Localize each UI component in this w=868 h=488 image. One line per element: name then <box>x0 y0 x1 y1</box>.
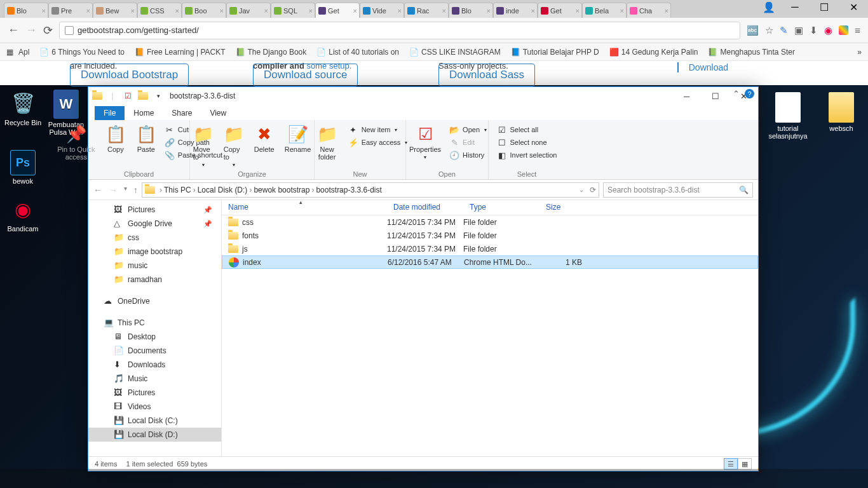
col-date[interactable]: Date modified <box>387 200 463 215</box>
title-bar[interactable]: | ☑ ▾ bootstrap-3.3.6-dist ─ ☐ ✕ <box>88 87 758 105</box>
ext3-icon[interactable]: ⬇ <box>810 25 818 36</box>
nav-item[interactable]: 🎞Videos <box>88 400 221 414</box>
browser-tab[interactable]: Get× <box>538 3 582 18</box>
properties-button[interactable]: ☑Properties▾ <box>405 122 445 162</box>
tab-home[interactable]: Home <box>125 106 163 120</box>
chevron-up-icon[interactable]: ⌃ <box>733 89 740 98</box>
close-tab-icon[interactable]: × <box>531 7 535 15</box>
file-row[interactable]: fonts11/24/2015 7:34 PMFile folder <box>222 229 758 242</box>
move-to-button[interactable]: 📁Move to▾ <box>189 122 217 170</box>
bookmark-item[interactable]: 📗The Django Book <box>236 48 307 57</box>
browser-tab[interactable]: SQL× <box>271 3 315 18</box>
browser-tab[interactable]: Bew× <box>93 3 137 18</box>
browser-tab[interactable]: Pre× <box>48 3 93 18</box>
bookmark-item[interactable]: 📘Tutorial Belajar PHP D <box>511 48 599 57</box>
nav-item[interactable]: 📁music <box>88 259 221 273</box>
breadcrumb-item[interactable]: This PC <box>164 186 191 194</box>
chrome-minimize[interactable]: ─ <box>780 0 810 14</box>
star-icon[interactable]: ☆ <box>765 25 773 36</box>
ext1-icon[interactable]: ✎ <box>780 25 788 36</box>
col-type[interactable]: Type <box>463 200 539 215</box>
history-button[interactable]: 🕘History <box>447 149 489 161</box>
close-tab-icon[interactable]: × <box>220 7 224 15</box>
browser-tab[interactable]: Blo× <box>4 3 48 18</box>
nav-item[interactable]: 📄Documents <box>88 344 221 358</box>
nav-item[interactable]: 💻This PC <box>88 316 221 330</box>
close-tab-icon[interactable]: × <box>86 7 90 15</box>
browser-tab[interactable]: CSS× <box>137 3 182 18</box>
download-bootstrap-button[interactable]: Download Bootstrap <box>70 64 189 86</box>
close-tab-icon[interactable]: × <box>175 7 179 15</box>
breadcrumb-item[interactable]: Local Disk (D:) <box>198 186 248 194</box>
reload-button[interactable]: ⟳ <box>43 24 53 37</box>
bookmark-item[interactable]: 🟥14 Gedung Kerja Palin <box>609 48 698 57</box>
copy-button[interactable]: 📋Copy <box>102 122 130 163</box>
nav-item[interactable]: ☁OneDrive <box>88 294 221 308</box>
browser-tab[interactable]: Bela× <box>582 3 627 18</box>
tab-share[interactable]: Share <box>163 106 201 120</box>
nav-item[interactable]: 💾Local Disk (C:) <box>88 414 221 428</box>
up-button[interactable]: ↑ <box>133 185 138 195</box>
pin-quick-access-button[interactable]: 📌Pin to Quick access <box>53 122 99 163</box>
nav-item[interactable]: △Google Drive📌 <box>88 217 221 231</box>
close-tab-icon[interactable]: × <box>620 7 624 15</box>
close-tab-icon[interactable]: × <box>42 7 46 15</box>
close-tab-icon[interactable]: × <box>487 7 491 15</box>
refresh-icon[interactable]: ⟳ <box>590 186 596 194</box>
chrome-close[interactable]: ✕ <box>839 0 868 14</box>
recent-dropdown-icon[interactable]: ▾ <box>124 185 127 195</box>
close-tab-icon[interactable]: × <box>264 7 268 15</box>
back-button[interactable]: ← <box>93 185 102 195</box>
desktop-icon-tutorial[interactable]: tutorial selasnjutnya <box>768 92 808 140</box>
bookmark-overflow-icon[interactable]: » <box>857 48 862 57</box>
browser-tab[interactable]: Get× <box>315 3 360 18</box>
paste-button[interactable]: 📋Paste <box>132 122 160 163</box>
close-tab-icon[interactable]: × <box>353 7 357 15</box>
tab-file[interactable]: File <box>95 106 125 120</box>
translate-icon[interactable]: 🔤 <box>747 25 759 36</box>
browser-tab[interactable]: Blo× <box>449 3 493 18</box>
edit-button[interactable]: ✎Edit <box>447 136 489 149</box>
easy-access-button[interactable]: ⚡Easy access▾ <box>346 136 410 149</box>
qat-dropdown-icon[interactable]: ▾ <box>153 91 163 101</box>
forward-button[interactable]: → <box>109 185 118 195</box>
file-row[interactable]: css11/24/2015 7:34 PMFile folder <box>222 215 758 229</box>
new-folder-button[interactable]: 📁New folder <box>311 122 344 163</box>
url-input[interactable]: getbootstrap.com/getting-started/ <box>59 22 740 39</box>
browser-tab[interactable]: Vide× <box>360 3 404 18</box>
breadcrumb-item[interactable]: bewok bootstrap <box>254 186 309 194</box>
invert-selection-button[interactable]: ◧Invert selection <box>495 149 559 161</box>
tab-view[interactable]: View <box>201 106 235 120</box>
ext2-icon[interactable]: ▣ <box>794 25 803 36</box>
nav-item[interactable]: 📁css <box>88 231 221 245</box>
nav-item[interactable]: 🖼Pictures📌 <box>88 203 221 217</box>
nav-item[interactable]: 💾Local Disk (D:) <box>88 428 221 442</box>
select-all-button[interactable]: ☑Select all <box>495 123 559 136</box>
download-sass-button[interactable]: Download Sass <box>438 64 535 86</box>
breadcrumb-dropdown-icon[interactable]: ⌄ <box>579 186 584 193</box>
nav-item[interactable]: 🎵Music <box>88 372 221 386</box>
close-tab-icon[interactable]: × <box>442 7 446 15</box>
browser-tab[interactable]: Jav× <box>226 3 271 18</box>
col-name[interactable]: Name <box>222 200 387 215</box>
rename-button[interactable]: 📝Rename <box>281 122 315 170</box>
chrome-user-icon[interactable]: 👤 <box>757 0 780 14</box>
ext5-icon[interactable] <box>839 25 848 35</box>
desktop-icon-bewok[interactable]: Psbewok <box>3 150 43 185</box>
nav-item[interactable]: ⬇Downloads <box>88 358 221 372</box>
desktop-icon-bandicam[interactable]: ◉Bandicam <box>3 195 43 233</box>
select-none-button[interactable]: ☐Select none <box>495 136 559 149</box>
chrome-maximize[interactable]: ☐ <box>810 0 839 14</box>
browser-tab[interactable]: Rac× <box>404 3 449 18</box>
desktop-icon-websch[interactable]: websch <box>821 92 862 140</box>
breadcrumb[interactable]: › This PC› Local Disk (D:)› bewok bootst… <box>142 182 599 198</box>
close-tab-icon[interactable]: × <box>398 7 402 15</box>
bookmark-item[interactable]: 📙Free Learning | PACKT <box>135 48 226 57</box>
help-icon[interactable]: ? <box>745 89 754 98</box>
file-row[interactable]: js11/24/2015 7:34 PMFile folder <box>222 242 758 255</box>
desktop-icon-recycle[interactable]: 🗑️Recycle Bin <box>3 89 43 126</box>
col-size[interactable]: Size <box>539 200 589 215</box>
nav-item[interactable]: 🖥Desktop <box>88 330 221 344</box>
ext4-icon[interactable]: ◉ <box>824 25 832 36</box>
browser-tab[interactable]: inde× <box>493 3 538 18</box>
